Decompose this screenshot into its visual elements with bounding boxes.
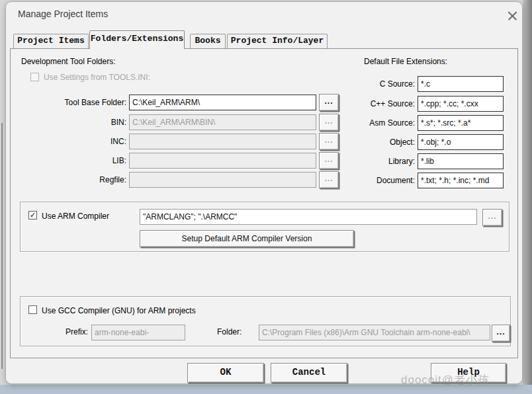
inc-browse-button: ... bbox=[319, 133, 339, 150]
object-field[interactable]: *.obj; *.o bbox=[418, 134, 504, 150]
manage-project-items-dialog: Manage Project Items Project Items Folde… bbox=[5, 1, 523, 384]
arm-compiler-group: ✓ Use ARM Compiler "ARMCLANG"; ".\ARMCC"… bbox=[20, 202, 510, 252]
use-gcc-compiler-label: Use GCC Compiler (GNU) for ARM projects bbox=[42, 306, 196, 315]
tools-ini-checkbox[interactable] bbox=[30, 73, 39, 81]
bin-browse-button: ... bbox=[319, 114, 339, 131]
bin-label: BIN: bbox=[21, 118, 126, 127]
watermark-text: doocoit@老小孩 bbox=[401, 372, 490, 387]
c-source-field[interactable]: *.c bbox=[418, 76, 504, 92]
c-source-label: C Source: bbox=[338, 79, 415, 89]
library-field[interactable]: *.lib bbox=[418, 153, 504, 169]
setup-arm-compiler-button[interactable]: Setup Default ARM Compiler Version bbox=[140, 230, 354, 247]
folders-extensions-page: Development Tool Folders: Use Settings f… bbox=[10, 48, 518, 358]
background-window-edge bbox=[1, 123, 3, 369]
tool-base-folder-field[interactable]: C:\Keil_ARM\ARM\ bbox=[129, 95, 316, 110]
regfile-label: Regfile: bbox=[21, 175, 126, 184]
document-field[interactable]: *.txt; *.h; *.inc; *.md bbox=[418, 173, 504, 188]
library-label: Library: bbox=[338, 157, 415, 166]
use-gcc-compiler-checkbox[interactable] bbox=[28, 305, 37, 314]
close-icon[interactable] bbox=[502, 7, 522, 25]
prefix-label: Prefix: bbox=[47, 327, 88, 336]
asm-source-field[interactable]: *.s*; *.src; *.a* bbox=[418, 115, 504, 131]
tab-project-items[interactable]: Project Items bbox=[13, 34, 89, 48]
tab-project-info-layer[interactable]: Project Info/Layer bbox=[227, 34, 328, 48]
tool-base-folder-browse-button[interactable]: ... bbox=[319, 94, 339, 111]
object-label: Object: bbox=[338, 138, 415, 147]
ok-button[interactable]: OK bbox=[187, 363, 264, 383]
inc-field bbox=[129, 134, 316, 149]
cancel-button[interactable]: Cancel bbox=[271, 363, 347, 383]
inc-label: INC: bbox=[21, 137, 126, 146]
prefix-field: arm-none-eabi- bbox=[91, 325, 185, 340]
lib-browse-button: ... bbox=[319, 152, 339, 169]
cpp-source-label: C++ Source: bbox=[338, 99, 415, 108]
arm-compiler-browse-button: ... bbox=[482, 209, 502, 226]
tool-base-folder-label: Tool Base Folder: bbox=[21, 98, 126, 107]
arm-compiler-path-field[interactable]: "ARMCLANG"; ".\ARMCC" bbox=[140, 209, 477, 225]
use-arm-compiler-checkbox[interactable]: ✓ bbox=[28, 211, 37, 219]
gcc-folder-browse-button[interactable]: ... bbox=[492, 325, 510, 342]
asm-source-label: Asm Source: bbox=[338, 118, 415, 128]
extensions-heading: Default File Extensions: bbox=[364, 57, 447, 66]
cpp-source-field[interactable]: *.cpp; *.cc; *.cxx bbox=[418, 96, 504, 112]
lib-label: LIB: bbox=[21, 156, 126, 165]
lib-field bbox=[129, 153, 316, 169]
gcc-folder-label: Folder: bbox=[217, 327, 242, 336]
dialog-title: Manage Project Items bbox=[18, 9, 108, 19]
background-right-strip bbox=[523, 0, 532, 394]
regfile-browse-button: ... bbox=[319, 171, 339, 188]
tab-books[interactable]: Books bbox=[190, 34, 226, 48]
bin-field: C:\Keil_ARM\ARM\BIN\ bbox=[129, 114, 316, 130]
regfile-field bbox=[129, 172, 316, 188]
gcc-compiler-group: Use GCC Compiler (GNU) for ARM projects … bbox=[20, 296, 511, 346]
document-label: Document: bbox=[338, 176, 415, 185]
dev-folders-heading: Development Tool Folders: bbox=[21, 57, 116, 66]
use-arm-compiler-label: Use ARM Compiler bbox=[42, 212, 109, 221]
tab-folders-extensions[interactable]: Folders/Extensions bbox=[89, 30, 185, 49]
tools-ini-label: Use Settings from TOOLS.INI: bbox=[44, 73, 150, 82]
gcc-folder-field: C:\Program Files (x86)\Arm GNU Toolchain… bbox=[259, 325, 490, 340]
